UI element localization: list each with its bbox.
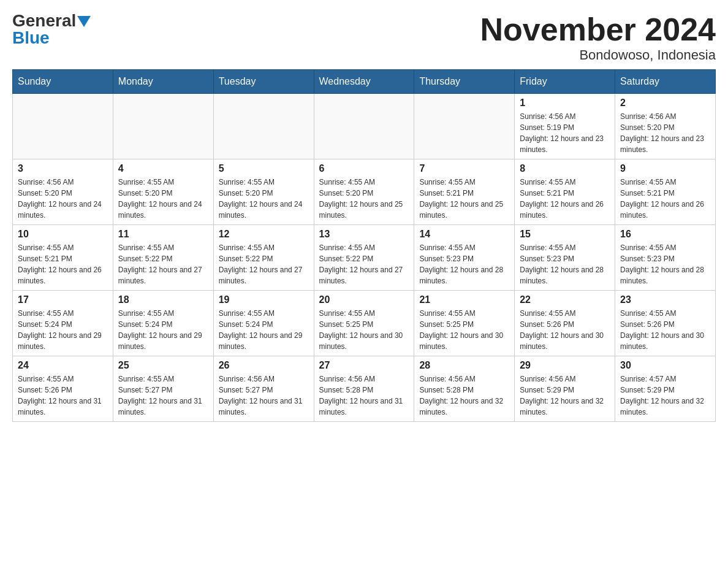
- day-number: 20: [319, 294, 409, 305]
- day-info: Sunrise: 4:55 AMSunset: 5:20 PMDaylight:…: [118, 177, 208, 221]
- logo-triangle-icon: [77, 16, 91, 27]
- calendar-week-row: 3Sunrise: 4:56 AMSunset: 5:20 PMDaylight…: [13, 159, 716, 225]
- day-number: 9: [620, 163, 710, 174]
- day-info: Sunrise: 4:55 AMSunset: 5:20 PMDaylight:…: [319, 177, 409, 221]
- calendar-day-cell: 3Sunrise: 4:56 AMSunset: 5:20 PMDaylight…: [13, 159, 113, 225]
- day-info: Sunrise: 4:55 AMSunset: 5:22 PMDaylight:…: [219, 242, 309, 286]
- day-number: 13: [319, 229, 409, 240]
- day-info: Sunrise: 4:55 AMSunset: 5:24 PMDaylight:…: [219, 308, 309, 352]
- logo-blue-text: Blue: [12, 28, 50, 47]
- day-info: Sunrise: 4:56 AMSunset: 5:20 PMDaylight:…: [620, 111, 710, 155]
- day-number: 3: [18, 163, 108, 174]
- calendar-day-cell: 21Sunrise: 4:55 AMSunset: 5:25 PMDayligh…: [414, 291, 515, 356]
- calendar-day-cell: 15Sunrise: 4:55 AMSunset: 5:23 PMDayligh…: [515, 225, 615, 291]
- day-number: 10: [18, 229, 108, 240]
- day-info: Sunrise: 4:55 AMSunset: 5:24 PMDaylight:…: [118, 308, 208, 352]
- calendar-day-cell: 27Sunrise: 4:56 AMSunset: 5:28 PMDayligh…: [314, 356, 414, 422]
- calendar-day-cell: 16Sunrise: 4:55 AMSunset: 5:23 PMDayligh…: [615, 225, 716, 291]
- calendar-body: 1Sunrise: 4:56 AMSunset: 5:19 PMDaylight…: [13, 94, 716, 422]
- calendar-day-cell: 4Sunrise: 4:55 AMSunset: 5:20 PMDaylight…: [113, 159, 213, 225]
- calendar-day-cell: 20Sunrise: 4:55 AMSunset: 5:25 PMDayligh…: [314, 291, 414, 356]
- day-number: 30: [620, 360, 710, 371]
- calendar-day-cell: 13Sunrise: 4:55 AMSunset: 5:22 PMDayligh…: [314, 225, 414, 291]
- calendar-day-cell: 28Sunrise: 4:56 AMSunset: 5:28 PMDayligh…: [414, 356, 515, 422]
- day-number: 22: [520, 294, 610, 305]
- calendar-subtitle: Bondowoso, Indonesia: [480, 47, 716, 63]
- day-number: 6: [319, 163, 409, 174]
- day-info: Sunrise: 4:55 AMSunset: 5:21 PMDaylight:…: [419, 177, 509, 221]
- day-info: Sunrise: 4:55 AMSunset: 5:25 PMDaylight:…: [319, 308, 409, 352]
- weekday-header-monday: Monday: [113, 70, 213, 94]
- calendar-week-row: 10Sunrise: 4:55 AMSunset: 5:21 PMDayligh…: [13, 225, 716, 291]
- calendar-day-cell: 5Sunrise: 4:55 AMSunset: 5:20 PMDaylight…: [213, 159, 314, 225]
- day-info: Sunrise: 4:55 AMSunset: 5:22 PMDaylight:…: [118, 242, 208, 286]
- day-number: 28: [419, 360, 509, 371]
- calendar-day-cell: 23Sunrise: 4:55 AMSunset: 5:26 PMDayligh…: [615, 291, 716, 356]
- day-info: Sunrise: 4:55 AMSunset: 5:21 PMDaylight:…: [520, 177, 610, 221]
- day-info: Sunrise: 4:57 AMSunset: 5:29 PMDaylight:…: [620, 373, 710, 418]
- day-info: Sunrise: 4:55 AMSunset: 5:23 PMDaylight:…: [419, 242, 509, 286]
- day-number: 11: [118, 229, 208, 240]
- day-info: Sunrise: 4:55 AMSunset: 5:26 PMDaylight:…: [520, 308, 610, 352]
- day-info: Sunrise: 4:55 AMSunset: 5:21 PMDaylight:…: [18, 242, 108, 286]
- day-number: 12: [219, 229, 309, 240]
- day-number: 24: [18, 360, 108, 371]
- day-number: 4: [118, 163, 208, 174]
- day-info: Sunrise: 4:55 AMSunset: 5:27 PMDaylight:…: [118, 373, 208, 418]
- calendar-week-row: 17Sunrise: 4:55 AMSunset: 5:24 PMDayligh…: [13, 291, 716, 356]
- calendar-day-cell: [414, 94, 515, 159]
- calendar-header: SundayMondayTuesdayWednesdayThursdayFrid…: [13, 70, 716, 94]
- title-block: November 2024 Bondowoso, Indonesia: [480, 12, 716, 63]
- calendar-day-cell: 29Sunrise: 4:56 AMSunset: 5:29 PMDayligh…: [515, 356, 615, 422]
- day-number: 17: [18, 294, 108, 305]
- svg-marker-0: [77, 16, 91, 27]
- calendar-day-cell: 1Sunrise: 4:56 AMSunset: 5:19 PMDaylight…: [515, 94, 615, 159]
- day-number: 27: [319, 360, 409, 371]
- day-info: Sunrise: 4:55 AMSunset: 5:23 PMDaylight:…: [520, 242, 610, 286]
- calendar-day-cell: 24Sunrise: 4:55 AMSunset: 5:26 PMDayligh…: [13, 356, 113, 422]
- day-info: Sunrise: 4:55 AMSunset: 5:26 PMDaylight:…: [620, 308, 710, 352]
- weekday-header-friday: Friday: [515, 70, 615, 94]
- calendar-day-cell: 22Sunrise: 4:55 AMSunset: 5:26 PMDayligh…: [515, 291, 615, 356]
- logo: General Blue: [12, 12, 91, 47]
- weekday-header-tuesday: Tuesday: [213, 70, 314, 94]
- day-number: 23: [620, 294, 710, 305]
- weekday-header-sunday: Sunday: [13, 70, 113, 94]
- logo-general-text: General: [12, 12, 76, 29]
- day-number: 18: [118, 294, 208, 305]
- day-number: 15: [520, 229, 610, 240]
- calendar-week-row: 1Sunrise: 4:56 AMSunset: 5:19 PMDaylight…: [13, 94, 716, 159]
- day-info: Sunrise: 4:56 AMSunset: 5:29 PMDaylight:…: [520, 373, 610, 418]
- day-number: 7: [419, 163, 509, 174]
- calendar-day-cell: [314, 94, 414, 159]
- weekday-header-wednesday: Wednesday: [314, 70, 414, 94]
- day-number: 8: [520, 163, 610, 174]
- calendar-week-row: 24Sunrise: 4:55 AMSunset: 5:26 PMDayligh…: [13, 356, 716, 422]
- calendar-day-cell: 7Sunrise: 4:55 AMSunset: 5:21 PMDaylight…: [414, 159, 515, 225]
- calendar-day-cell: 17Sunrise: 4:55 AMSunset: 5:24 PMDayligh…: [13, 291, 113, 356]
- calendar-day-cell: [113, 94, 213, 159]
- calendar-day-cell: 11Sunrise: 4:55 AMSunset: 5:22 PMDayligh…: [113, 225, 213, 291]
- day-number: 29: [520, 360, 610, 371]
- weekday-header-row: SundayMondayTuesdayWednesdayThursdayFrid…: [13, 70, 716, 94]
- weekday-header-thursday: Thursday: [414, 70, 515, 94]
- calendar-table: SundayMondayTuesdayWednesdayThursdayFrid…: [12, 69, 716, 422]
- calendar-day-cell: [213, 94, 314, 159]
- day-info: Sunrise: 4:55 AMSunset: 5:23 PMDaylight:…: [620, 242, 710, 286]
- day-info: Sunrise: 4:55 AMSunset: 5:21 PMDaylight:…: [620, 177, 710, 221]
- calendar-day-cell: 2Sunrise: 4:56 AMSunset: 5:20 PMDaylight…: [615, 94, 716, 159]
- day-number: 14: [419, 229, 509, 240]
- day-number: 5: [219, 163, 309, 174]
- day-info: Sunrise: 4:56 AMSunset: 5:28 PMDaylight:…: [319, 373, 409, 418]
- calendar-day-cell: 6Sunrise: 4:55 AMSunset: 5:20 PMDaylight…: [314, 159, 414, 225]
- calendar-title: November 2024: [480, 12, 716, 47]
- calendar-day-cell: 26Sunrise: 4:56 AMSunset: 5:27 PMDayligh…: [213, 356, 314, 422]
- calendar-day-cell: 9Sunrise: 4:55 AMSunset: 5:21 PMDaylight…: [615, 159, 716, 225]
- calendar-day-cell: 14Sunrise: 4:55 AMSunset: 5:23 PMDayligh…: [414, 225, 515, 291]
- weekday-header-saturday: Saturday: [615, 70, 716, 94]
- day-info: Sunrise: 4:55 AMSunset: 5:25 PMDaylight:…: [419, 308, 509, 352]
- day-info: Sunrise: 4:56 AMSunset: 5:27 PMDaylight:…: [219, 373, 309, 418]
- calendar-day-cell: 25Sunrise: 4:55 AMSunset: 5:27 PMDayligh…: [113, 356, 213, 422]
- day-number: 19: [219, 294, 309, 305]
- day-number: 2: [620, 98, 710, 109]
